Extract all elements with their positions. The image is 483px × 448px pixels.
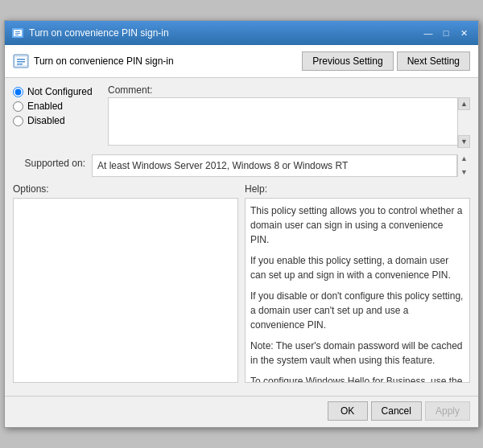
comment-area: ▲ ▼ [108,97,470,148]
supported-scrollbar: ▲ ▼ [457,154,470,177]
radio-disabled[interactable]: Disabled [13,115,101,126]
comment-scroll-track [458,110,470,135]
title-bar: Turn on convenience PIN sign-in ― □ ✕ [5,21,478,45]
help-para-4: Note: The user's domain password will be… [250,339,464,368]
apply-button[interactable]: Apply [425,401,470,421]
options-panel: Options: [13,183,238,383]
radio-enabled-label: Enabled [27,101,63,112]
svg-rect-4 [15,35,19,35]
cancel-button[interactable]: Cancel [371,401,422,421]
dialog-header-title: Turn on convenience PIN sign-in [13,53,174,69]
svg-rect-7 [17,59,25,60]
radio-not-configured-input[interactable] [13,87,23,97]
title-bar-text: Turn on convenience PIN sign-in [29,27,169,39]
supported-value-text: At least Windows Server 2012, Windows 8 … [97,160,348,171]
supported-row: Supported on: At least Windows Server 20… [13,154,470,177]
dialog-header-text: Turn on convenience PIN sign-in [34,55,174,67]
title-bar-left: Turn on convenience PIN sign-in [11,27,169,39]
previous-setting-button[interactable]: Previous Setting [302,51,393,71]
supported-label: Supported on: [13,154,85,169]
radio-not-configured-label: Not Configured [27,86,93,97]
comment-label: Comment: [108,84,470,96]
help-panel: Help: This policy setting allows you to … [245,183,470,383]
svg-rect-3 [15,33,20,34]
dialog-header: Turn on convenience PIN sign-in Previous… [5,45,478,78]
radio-group: Not Configured Enabled Disabled [13,84,101,148]
supported-scroll-down[interactable]: ▼ [458,168,470,177]
radio-disabled-input[interactable] [13,116,23,126]
next-setting-button[interactable]: Next Setting [397,51,470,71]
supported-value-wrap: At least Windows Server 2012, Windows 8 … [92,154,470,177]
svg-rect-8 [17,61,25,63]
main-dialog: Turn on convenience PIN sign-in ― □ ✕ Tu… [4,20,479,428]
header-buttons: Previous Setting Next Setting [302,51,470,71]
help-para-1: This policy setting allows you to contro… [250,203,464,247]
minimize-button[interactable]: ― [420,26,436,40]
bottom-section: Options: Help: This policy setting allow… [13,183,470,383]
radio-enabled[interactable]: Enabled [13,101,101,112]
options-box [13,198,238,383]
top-section: Not Configured Enabled Disabled Comment:… [13,84,470,148]
comment-scrollbar: ▲ ▼ [457,97,470,148]
title-controls: ― □ ✕ [420,26,472,40]
ok-button[interactable]: OK [328,401,368,421]
dialog-content: Not Configured Enabled Disabled Comment:… [5,78,478,396]
help-box: This policy setting allows you to contro… [245,198,470,383]
options-label: Options: [13,183,238,195]
supported-scroll-up[interactable]: ▲ [458,154,470,163]
comment-scroll-down[interactable]: ▼ [458,135,470,148]
help-para-3: If you disable or don't configure this p… [250,289,464,332]
comment-section: Comment: ▲ ▼ [108,84,470,148]
radio-not-configured[interactable]: Not Configured [13,86,101,97]
dialog-footer: OK Cancel Apply [5,396,478,427]
comment-scroll-up[interactable]: ▲ [458,97,470,110]
help-label: Help: [245,183,470,195]
supported-value: At least Windows Server 2012, Windows 8 … [92,154,457,177]
close-button[interactable]: ✕ [456,26,472,40]
radio-disabled-label: Disabled [27,115,65,126]
svg-rect-2 [15,31,20,32]
header-icon [13,53,29,69]
maximize-button[interactable]: □ [438,26,454,40]
radio-enabled-input[interactable] [13,101,23,112]
comment-input[interactable] [108,97,457,146]
help-para-5: To configure Windows Hello for Business,… [250,374,464,383]
title-bar-icon [11,27,24,39]
help-para-2: If you enable this policy setting, a dom… [250,253,464,282]
svg-rect-9 [17,64,23,65]
